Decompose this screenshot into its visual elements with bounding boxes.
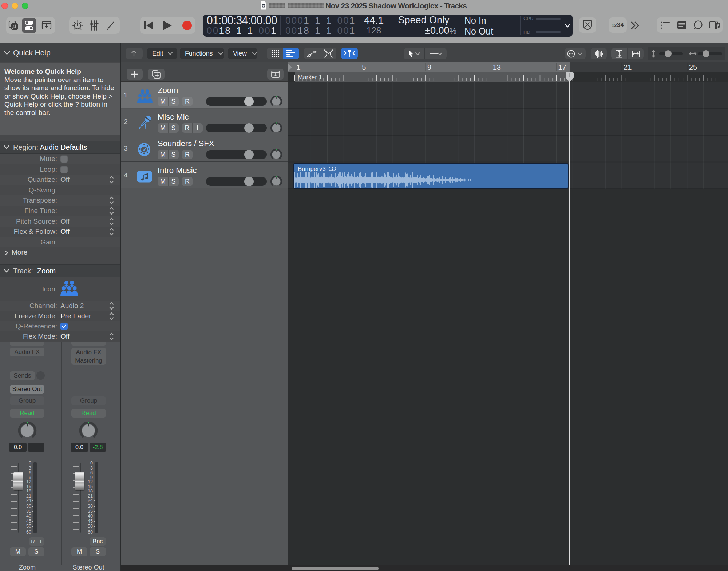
svg-text:21: 21 (624, 63, 632, 71)
svg-text:1: 1 (297, 63, 301, 71)
svg-text:Bumperv3: Bumperv3 (298, 165, 326, 172)
svg-text:25: 25 (689, 63, 697, 71)
svg-text:13: 13 (493, 63, 501, 71)
svg-text:5: 5 (362, 63, 366, 71)
svg-text:17: 17 (558, 63, 566, 71)
svg-text:9: 9 (427, 63, 431, 71)
svg-text:Marker 1: Marker 1 (298, 74, 322, 81)
